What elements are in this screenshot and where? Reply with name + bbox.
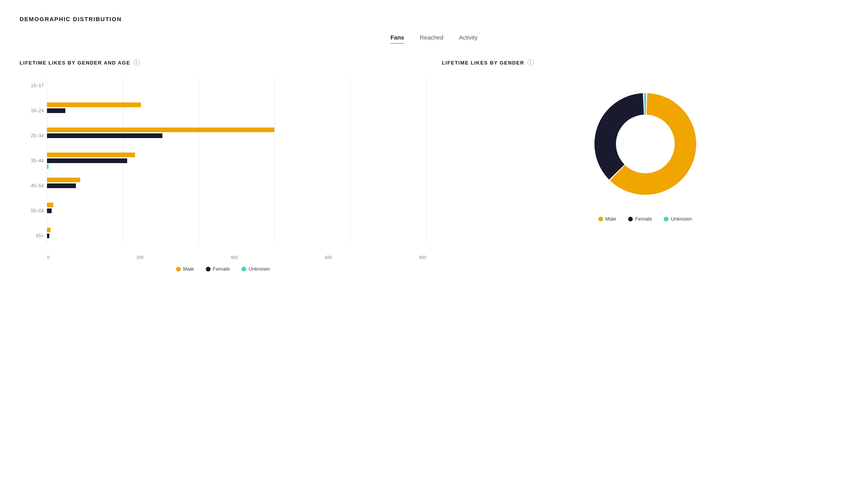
bar [47, 102, 141, 107]
bar-row: 18–24 [47, 102, 426, 119]
donut-legend-item-male: Male [598, 216, 616, 222]
bar-row: 13–17 [47, 77, 426, 94]
legend-item-male: Male [176, 266, 194, 272]
bar-row: 35–44 [47, 153, 426, 169]
bar-chart-section: LIFETIME LIKES BY GENDER AND AGE i 13–17… [20, 59, 426, 272]
x-label-0: 0 [47, 255, 49, 260]
bar [47, 183, 76, 188]
bars-stack [47, 153, 135, 169]
age-label: 25–34 [20, 133, 44, 138]
bars-stack [47, 178, 80, 194]
x-label-800: 800 [419, 255, 426, 260]
donut-chart-info-icon[interactable]: i [528, 59, 534, 66]
legend-dot-unknown [241, 267, 246, 271]
bar [47, 133, 162, 138]
donut-chart-legend: Male Female Unknown [598, 216, 692, 222]
donut-legend-label-female: Female [635, 216, 652, 222]
legend-label-unknown: Unknown [249, 266, 270, 272]
donut-chart-section: LIFETIME LIKES BY GENDER i Male Female [442, 59, 848, 222]
bar [47, 234, 49, 238]
page-title: DEMOGRAPHIC DISTRIBUTION [20, 16, 848, 22]
age-label: 45–54 [20, 183, 44, 188]
bar-row: 25–34 [47, 128, 426, 144]
bars-stack [47, 228, 50, 244]
bar-chart-inner: 13–1718–2425–3435–4445–5455–6465+ [47, 77, 426, 253]
bar-row: 55–64 [47, 203, 426, 219]
donut-legend-label-unknown: Unknown [671, 216, 692, 222]
bar [47, 158, 127, 163]
bar [47, 203, 53, 207]
donut-legend-dot-female [628, 217, 633, 221]
tabs-container: Fans Reached Activity [20, 34, 848, 44]
tab-fans[interactable]: Fans [391, 34, 404, 44]
donut-legend-item-unknown: Unknown [664, 216, 692, 222]
age-label: 13–17 [20, 83, 44, 88]
bar [47, 108, 65, 113]
bar-chart-title: LIFETIME LIKES BY GENDER AND AGE i [20, 59, 426, 66]
legend-item-unknown: Unknown [241, 266, 270, 272]
age-label: 18–24 [20, 108, 44, 113]
legend-item-female: Female [206, 266, 230, 272]
bar [47, 178, 80, 182]
bar-row: 65+ [47, 228, 426, 244]
donut-segment-unknown [644, 93, 646, 115]
bars-stack [47, 128, 274, 144]
page-container: DEMOGRAPHIC DISTRIBUTION Fans Reached Ac… [0, 0, 868, 503]
bar [47, 128, 274, 132]
bar [47, 208, 52, 213]
donut-container: Male Female Unknown [442, 77, 848, 222]
x-label-200: 200 [136, 255, 143, 260]
age-label: 65+ [20, 234, 44, 238]
bars-stack [47, 102, 141, 119]
x-label-400: 400 [231, 255, 238, 260]
legend-dot-male [176, 267, 181, 271]
donut-legend-label-male: Male [605, 216, 616, 222]
donut-chart-title: LIFETIME LIKES BY GENDER i [442, 59, 848, 66]
bar [47, 164, 49, 169]
bar [47, 153, 135, 157]
bar-row: 45–54 [47, 178, 426, 194]
legend-label-male: Male [183, 266, 194, 272]
tab-reached[interactable]: Reached [420, 34, 443, 44]
bar-chart-legend: Male Female Unknown [20, 266, 426, 272]
age-label: 35–44 [20, 158, 44, 163]
age-label: 55–64 [20, 208, 44, 213]
donut-svg [583, 81, 708, 207]
donut-legend-item-female: Female [628, 216, 652, 222]
bars-stack [47, 203, 53, 219]
bar [47, 228, 50, 232]
bar-chart-info-icon[interactable]: i [133, 59, 140, 66]
donut-legend-dot-male [598, 217, 603, 221]
legend-dot-female [206, 267, 211, 271]
tab-activity[interactable]: Activity [459, 34, 478, 44]
x-label-600: 600 [325, 255, 332, 260]
donut-legend-dot-unknown [664, 217, 668, 221]
donut-segment-female [594, 93, 644, 180]
legend-label-female: Female [213, 266, 230, 272]
charts-row: LIFETIME LIKES BY GENDER AND AGE i 13–17… [20, 59, 848, 272]
